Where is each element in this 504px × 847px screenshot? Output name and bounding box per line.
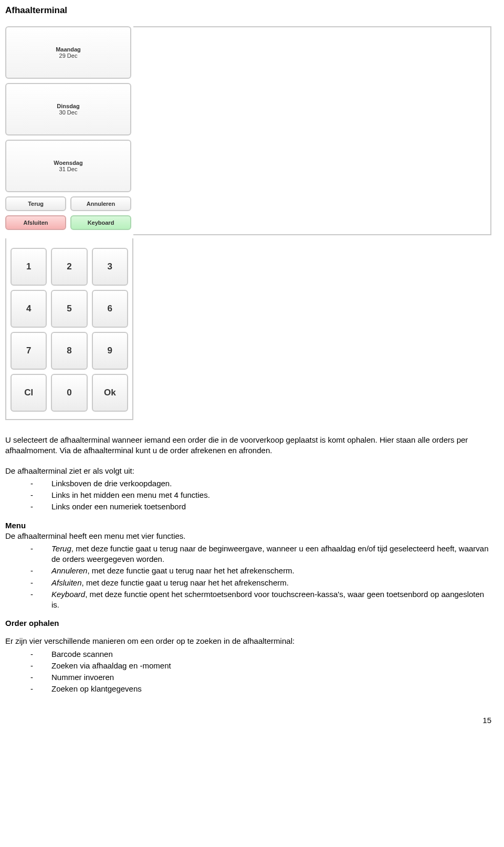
menu-term: Keyboard (51, 590, 85, 599)
key-1[interactable]: 1 (10, 248, 47, 286)
ziet-list: Linksboven de drie verkoopdagen. Links i… (5, 478, 491, 513)
order-list: Barcode scannen Zoeken via afhaaldag en … (5, 649, 491, 695)
order-heading: Order ophalen (5, 619, 491, 628)
day-date: 29 Dec (6, 53, 130, 59)
terug-button[interactable]: Terug (5, 196, 66, 211)
key-0[interactable]: 0 (51, 374, 87, 412)
page-number: 15 (5, 716, 491, 725)
key-3[interactable]: 3 (92, 248, 128, 286)
keypad-grid: 1 2 3 4 5 6 7 8 9 Cl 0 Ok (10, 248, 128, 412)
body-content: U selecteert de afhaalterminal wanneer i… (5, 435, 491, 695)
key-5[interactable]: 5 (51, 290, 87, 328)
keypad-panel: 1 2 3 4 5 6 7 8 9 Cl 0 Ok (5, 238, 133, 420)
key-4[interactable]: 4 (10, 290, 47, 328)
list-item: Links in het midden een menu met 4 funct… (30, 490, 491, 500)
list-item: Keyboard, met deze functie opent het sch… (30, 589, 491, 611)
terminal-panel: Maandag 29 Dec Dinsdag 30 Dec Woensdag 3… (5, 26, 491, 235)
day-date: 30 Dec (6, 109, 130, 116)
menu-rest: , met deze functie gaat u terug naar de … (51, 544, 489, 563)
list-item: Zoeken via afhaaldag en -moment (30, 661, 491, 671)
key-6[interactable]: 6 (92, 290, 128, 328)
day-button-tue[interactable]: Dinsdag 30 Dec (5, 83, 131, 135)
annuleren-button[interactable]: Annuleren (70, 196, 131, 211)
menu-rest: , met deze functie gaat u terug naar het… (82, 578, 289, 587)
day-name: Dinsdag (6, 103, 130, 109)
content-pane (133, 26, 491, 235)
key-9[interactable]: 9 (92, 332, 128, 370)
key-ok[interactable]: Ok (92, 374, 128, 412)
list-item: Afsluiten, met deze functie gaat u terug… (30, 578, 491, 588)
intro-paragraph: U selecteert de afhaalterminal wanneer i… (5, 435, 491, 456)
list-item: Annuleren, met deze functie gaat u terug… (30, 566, 491, 576)
key-clear[interactable]: Cl (10, 374, 47, 412)
key-7[interactable]: 7 (10, 332, 47, 370)
menu-term: Afsluiten (51, 578, 82, 587)
menu-list: Terug, met deze functie gaat u terug naa… (5, 543, 491, 611)
list-item: Nummer invoeren (30, 672, 491, 683)
menu-rest: , met deze functie gaat u terug naar het… (87, 566, 294, 575)
key-2[interactable]: 2 (51, 248, 87, 286)
list-item: Barcode scannen (30, 649, 491, 660)
menu-heading: Menu (5, 521, 491, 530)
list-item: Links onder een numeriek toetsenbord (30, 501, 491, 512)
afsluiten-button[interactable]: Afsluiten (5, 215, 66, 230)
ziet-intro: De afhaalterminal ziet er als volgt uit: (5, 466, 491, 476)
page-title: Afhaalterminal (5, 5, 491, 16)
day-name: Woensdag (6, 160, 130, 166)
menu-intro: De afhaalterminal heeft een menu met vie… (5, 531, 491, 541)
list-item: Terug, met deze functie gaat u terug naa… (30, 543, 491, 565)
day-name: Maandag (6, 46, 130, 53)
day-button-wed[interactable]: Woensdag 31 Dec (5, 140, 131, 192)
left-column: Maandag 29 Dec Dinsdag 30 Dec Woensdag 3… (5, 26, 131, 235)
day-date: 31 Dec (6, 166, 130, 172)
key-8[interactable]: 8 (51, 332, 87, 370)
order-intro: Er zijn vier verschillende manieren om e… (5, 636, 491, 646)
menu-rest: , met deze functie opent het schermtoets… (51, 590, 484, 609)
menu-term: Annuleren (51, 566, 87, 575)
list-item: Linksboven de drie verkoopdagen. (30, 478, 491, 489)
list-item: Zoeken op klantgegevens (30, 684, 491, 694)
keyboard-button[interactable]: Keyboard (70, 215, 131, 230)
day-button-mon[interactable]: Maandag 29 Dec (5, 26, 131, 79)
menu-term: Terug (51, 544, 71, 553)
